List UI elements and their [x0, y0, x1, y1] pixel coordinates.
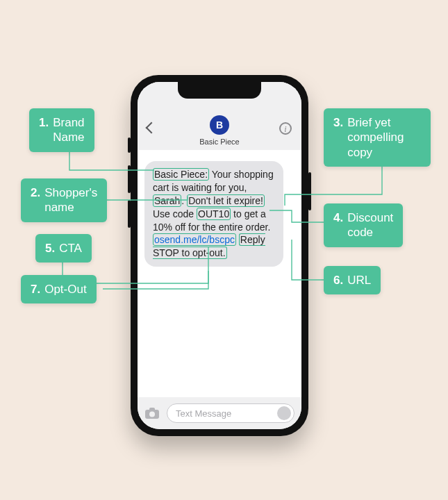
highlight-brand-name: Basic Piece: [153, 168, 209, 181]
message-text: Use code [153, 208, 197, 219]
phone-notch [178, 82, 261, 99]
annotation-number: 1. [39, 115, 49, 145]
annotation-number: 7. [31, 282, 40, 297]
annotation-brief-copy: 3. Brief yet compelling copy [324, 108, 431, 167]
phone-side-button [308, 172, 311, 210]
annotation-discount-code: 4. Discount code [324, 203, 403, 247]
info-icon[interactable]: i [279, 122, 292, 135]
phone-side-button [128, 165, 131, 193]
phone-screen: i B Basic Piece Basic Piece: Your shoppi… [138, 82, 301, 429]
annotation-text: CTA [59, 241, 82, 256]
input-placeholder: Text Message [176, 408, 231, 419]
highlight-url[interactable]: osend.me/lc/bscpc [153, 233, 236, 246]
message-text: . [181, 195, 187, 206]
annotation-cta: 5. CTA [35, 234, 92, 262]
mic-icon[interactable] [277, 406, 291, 420]
annotation-number: 2. [31, 185, 40, 215]
phone-mockup: i B Basic Piece Basic Piece: Your shoppi… [131, 75, 308, 436]
annotation-number: 3. [333, 115, 343, 160]
annotation-opt-out: 7. Opt-Out [21, 275, 97, 303]
annotation-text: Brief yet compelling copy [347, 115, 404, 160]
annotation-number: 5. [45, 241, 55, 256]
highlight-shopper-name: Sarah [153, 194, 181, 207]
message-input-bar: Text Message [138, 397, 301, 429]
annotation-text: URL [347, 273, 371, 288]
contact-name: Basic Piece [199, 138, 239, 146]
annotation-text: Discount code [347, 210, 393, 240]
text-message-input[interactable]: Text Message [167, 403, 294, 423]
phone-side-button [128, 200, 131, 228]
annotation-text: Brand Name [53, 115, 84, 145]
message-bubble: Basic Piece: Your shopping cart is waiti… [144, 161, 283, 267]
annotation-number: 6. [333, 273, 343, 288]
svg-point-2 [149, 412, 155, 417]
phone-side-button [128, 138, 131, 153]
avatar-initial: B [216, 119, 223, 131]
back-icon[interactable] [146, 122, 158, 134]
annotation-text: Shopper's name [44, 185, 97, 215]
annotation-number: 4. [333, 210, 343, 240]
annotation-brand-name: 1. Brand Name [29, 108, 94, 152]
annotation-text: Opt-Out [44, 282, 86, 297]
svg-rect-1 [149, 408, 155, 411]
highlight-brief-copy: Don't let it expire! [187, 194, 265, 207]
annotation-shoppers-name: 2. Shopper's name [21, 178, 107, 222]
annotation-url: 6. URL [324, 266, 381, 294]
camera-icon[interactable] [144, 407, 160, 419]
contact-avatar[interactable]: B [210, 115, 229, 135]
message-area: Basic Piece: Your shopping cart is waiti… [138, 150, 301, 397]
highlight-discount-code: OUT10 [197, 208, 231, 220]
